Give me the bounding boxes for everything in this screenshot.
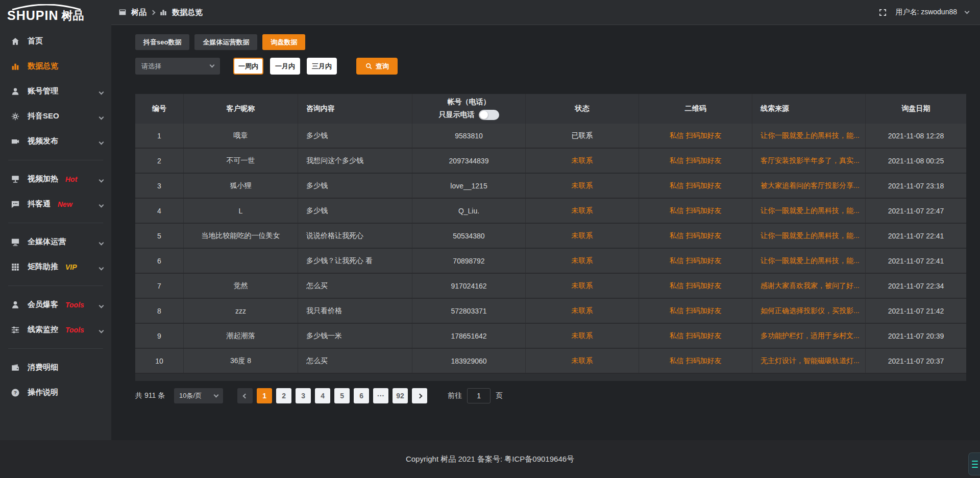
cell-source[interactable]: 无主灯设计，智能磁吸轨道灯... <box>752 349 866 373</box>
chevron-down-icon <box>100 325 103 334</box>
sidebar-item-6[interactable]: 视频加热Hot <box>0 166 111 192</box>
main-content: 抖音seo数据全媒体运营数据询盘数据 请选择 一周内一月内三月内 查询 编号客户… <box>111 25 980 440</box>
search-button[interactable]: 查询 <box>356 58 398 75</box>
period-button-0[interactable]: 一周内 <box>233 58 263 75</box>
cell-account: love__1215 <box>412 174 526 198</box>
cell-qrcode[interactable]: 私信 扫码加好友 <box>639 274 752 298</box>
sidebar-item-2[interactable]: 账号管理 <box>0 79 111 104</box>
topbar: SHUPIN 树品 树品 数据总览 用户名: zswodun88 <box>0 0 980 25</box>
body-row: 首页数据总览账号管理抖音SEO视频发布视频加热Hot抖客通New全媒体运营矩阵助… <box>0 25 980 440</box>
svg-text:?: ? <box>14 390 17 395</box>
cell-date: 2021-11-08 00:25 <box>866 149 966 173</box>
sidebar-item-7[interactable]: 抖客通New <box>0 192 111 217</box>
cell-nickname: 36度 8 <box>184 349 298 373</box>
cell-source[interactable]: 被大家追着问的客厅投影分享... <box>752 174 866 198</box>
chevron-down-icon <box>100 87 103 96</box>
cell-qrcode[interactable]: 私信 扫码加好友 <box>639 349 752 373</box>
next-page-button[interactable] <box>412 388 427 403</box>
cell-id: 3 <box>135 174 184 198</box>
customer-service-widget[interactable] <box>968 452 980 475</box>
cell-inquiry: 多少钱 <box>298 199 412 223</box>
cell-account: 178651642 <box>412 324 526 348</box>
sidebar-item-label: 数据总览 <box>28 61 58 71</box>
chevron-down-icon[interactable] <box>965 9 970 14</box>
username[interactable]: 用户名: zswodun88 <box>895 8 957 17</box>
cell-qrcode[interactable]: 私信 扫码加好友 <box>639 324 752 348</box>
breadcrumb-item-home[interactable]: 树品 <box>131 8 146 17</box>
cell-qrcode[interactable]: 私信 扫码加好友 <box>639 299 752 323</box>
sidebar-item-16[interactable]: ?操作说明 <box>0 380 111 405</box>
period-button-2[interactable]: 三月内 <box>307 58 337 75</box>
filter-select[interactable]: 请选择 <box>135 58 220 75</box>
chevron-down-icon <box>100 112 103 121</box>
cell-source[interactable]: 客厅安装投影半年多了，真实... <box>752 149 866 173</box>
cell-source[interactable]: 感谢大家喜欢我家，被问了好... <box>752 274 866 298</box>
cell-id: 5 <box>135 224 184 248</box>
cell-source[interactable]: 让你一眼就爱上的黑科技，能... <box>752 249 866 273</box>
cell-status: 未联系 <box>526 199 639 223</box>
chevron-down-icon <box>100 237 103 247</box>
cell-date: 2021-11-07 22:41 <box>866 249 966 273</box>
prev-page-button[interactable] <box>237 388 253 403</box>
monitor-icon <box>11 237 20 247</box>
cell-qrcode[interactable]: 私信 扫码加好友 <box>639 249 752 273</box>
cell-qrcode[interactable]: 私信 扫码加好友 <box>639 199 752 223</box>
period-button-1[interactable]: 一月内 <box>270 58 300 75</box>
page-button-···[interactable]: ··· <box>373 388 388 403</box>
cell-source[interactable]: 让你一眼就爱上的黑科技，能... <box>752 124 866 148</box>
tab-2[interactable]: 询盘数据 <box>262 34 305 50</box>
user-icon <box>11 87 20 96</box>
sidebar-item-4[interactable]: 视频发布 <box>0 129 111 154</box>
page-button-1[interactable]: 1 <box>257 388 272 403</box>
sidebar-item-10[interactable]: 矩阵助推VIP <box>0 254 111 279</box>
page-button-6[interactable]: 6 <box>354 388 369 403</box>
cell-status: 已联系 <box>526 124 639 148</box>
sidebar-item-9[interactable]: 全媒体运营 <box>0 229 111 254</box>
cell-nickname: 不可一世 <box>184 149 298 173</box>
cell-id: 9 <box>135 324 184 348</box>
cell-source[interactable]: 多功能护栏灯，适用于乡村文... <box>752 324 866 348</box>
sidebar-item-1[interactable]: 数据总览 <box>0 54 111 79</box>
cell-source[interactable]: 让你一眼就爱上的黑科技，能... <box>752 224 866 248</box>
sidebar-item-0[interactable]: 首页 <box>0 29 111 54</box>
column-header: 二维码 <box>639 94 752 124</box>
sidebar-item-15[interactable]: 消费明细 <box>0 355 111 380</box>
sidebar-item-badge: New <box>58 200 72 208</box>
cell-inquiry: 多少钱一米 <box>298 324 412 348</box>
tab-0[interactable]: 抖音seo数据 <box>135 34 189 50</box>
sidebar-item-13[interactable]: 线索监控Tools <box>0 317 111 342</box>
widget-line <box>972 467 978 468</box>
cell-qrcode[interactable]: 私信 扫码加好友 <box>639 124 752 148</box>
cell-qrcode[interactable]: 私信 扫码加好友 <box>639 174 752 198</box>
cell-qrcode[interactable]: 私信 扫码加好友 <box>639 224 752 248</box>
sidebar-item-label: 视频发布 <box>28 136 58 146</box>
table-panel: 编号客户昵称咨询内容帐号（电话）只显示电话状态二维码线索来源询盘日期 1哦章多少… <box>135 94 966 381</box>
table-row: 7觉然怎么买917024162未联系私信 扫码加好友感谢大家喜欢我家，被问了好.… <box>135 274 966 299</box>
column-header: 咨询内容 <box>298 94 412 124</box>
fullscreen-icon[interactable] <box>878 8 887 17</box>
page-size-select[interactable]: 10条/页 <box>174 388 223 403</box>
cell-nickname: 哦章 <box>184 124 298 148</box>
tab-1[interactable]: 全媒体运营数据 <box>194 34 257 50</box>
cell-source[interactable]: 如何正确选择投影仪，买投影... <box>752 299 866 323</box>
tab-bar: 抖音seo数据全媒体运营数据询盘数据 <box>135 34 966 50</box>
goto-page-input[interactable] <box>467 388 491 403</box>
table-row: 8zzz我只看价格572803371未联系私信 扫码加好友如何正确选择投影仪，买… <box>135 299 966 324</box>
window-icon <box>118 8 127 16</box>
phone-only-toggle[interactable] <box>479 110 499 120</box>
cell-account: 183929060 <box>412 349 526 373</box>
page-button-92[interactable]: 92 <box>393 388 408 403</box>
sidebar-item-label: 视频加热 <box>28 174 58 184</box>
topbar-right: 用户名: zswodun88 <box>878 8 980 17</box>
page-button-3[interactable]: 3 <box>296 388 311 403</box>
app-logo[interactable]: SHUPIN 树品 <box>0 3 111 22</box>
sidebar-item-3[interactable]: 抖音SEO <box>0 104 111 129</box>
sidebar-item-12[interactable]: 会员爆客Tools <box>0 292 111 317</box>
page-button-4[interactable]: 4 <box>315 388 330 403</box>
column-header: 询盘日期 <box>866 94 966 124</box>
page-button-2[interactable]: 2 <box>276 388 291 403</box>
cell-source[interactable]: 让你一眼就爱上的黑科技，能... <box>752 199 866 223</box>
bar-chart-icon <box>11 62 20 71</box>
page-button-5[interactable]: 5 <box>334 388 350 403</box>
cell-qrcode[interactable]: 私信 扫码加好友 <box>639 149 752 173</box>
